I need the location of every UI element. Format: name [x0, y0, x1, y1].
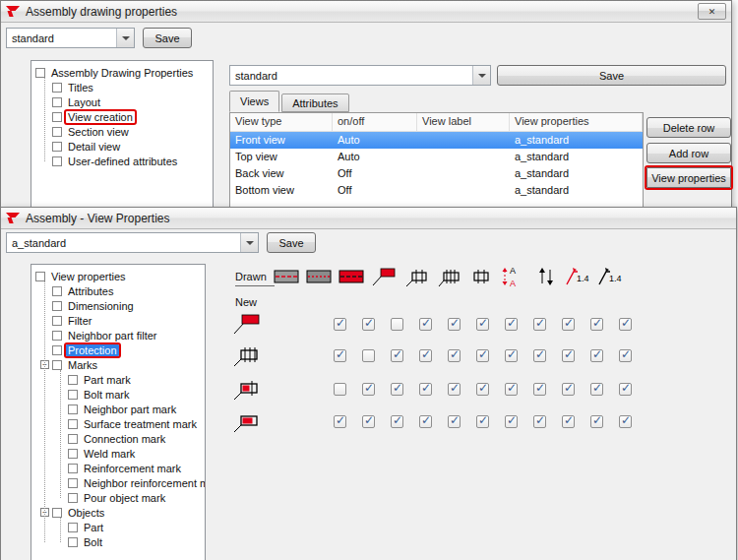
tree-checkbox[interactable]	[52, 316, 62, 326]
tree-item-bolt[interactable]: Bolt	[35, 534, 205, 549]
views-save-button[interactable]: Save	[497, 65, 726, 86]
tree-item-neighbor-part-filter[interactable]: Neighbor part filter	[35, 328, 205, 342]
matrix-checkbox[interactable]	[334, 383, 346, 396]
close-button[interactable]: ✕	[698, 3, 726, 20]
add-row-button[interactable]: Add row	[646, 143, 731, 163]
matrix-checkbox[interactable]	[533, 318, 546, 331]
matrix-checkbox[interactable]	[533, 415, 546, 428]
delete-row-button[interactable]: Delete row	[646, 117, 731, 138]
tree-item-connection-mark[interactable]: Connection mark	[35, 431, 205, 446]
tab-views[interactable]: Views	[229, 91, 279, 112]
matrix-checkbox[interactable]	[619, 318, 632, 331]
tree-item-pour-object-mark[interactable]: Pour object mark	[35, 490, 205, 505]
matrix-checkbox[interactable]	[391, 415, 403, 428]
tree-item-part-mark[interactable]: Part mark	[35, 372, 205, 387]
tree-item-protection[interactable]: Protection	[35, 342, 205, 357]
chevron-down-icon[interactable]	[116, 29, 134, 47]
matrix-checkbox[interactable]	[476, 318, 489, 331]
tree-checkbox[interactable]	[68, 375, 78, 385]
tree-item-bolt-mark[interactable]: Bolt mark	[35, 387, 205, 402]
matrix-checkbox[interactable]	[590, 415, 603, 428]
tree-item-section-view[interactable]: Section view	[35, 124, 213, 139]
matrix-checkbox[interactable]	[362, 383, 375, 396]
matrix-checkbox[interactable]	[476, 349, 489, 362]
tree-checkbox[interactable]	[68, 419, 78, 429]
tree-checkbox[interactable]	[52, 301, 62, 311]
view-save-button[interactable]: Save	[267, 232, 316, 253]
matrix-checkbox[interactable]	[334, 415, 346, 428]
tree-item-weld-mark[interactable]: Weld mark	[35, 446, 205, 461]
matrix-checkbox[interactable]	[505, 349, 518, 362]
matrix-checkbox[interactable]	[419, 415, 432, 428]
tree-checkbox[interactable]	[68, 449, 78, 459]
tree-checkbox[interactable]	[68, 404, 78, 414]
matrix-checkbox[interactable]	[476, 383, 489, 396]
preset-combobox[interactable]: standard	[6, 28, 135, 48]
tree-checkbox[interactable]	[68, 478, 78, 488]
table-row-bottom-view[interactable]: Bottom view Off a_standard	[230, 182, 643, 199]
tree-checkbox[interactable]	[68, 434, 78, 444]
tree-checkbox[interactable]	[52, 97, 62, 107]
view-properties-button[interactable]: View properties	[646, 167, 731, 188]
chevron-down-icon[interactable]	[472, 66, 490, 85]
matrix-checkbox[interactable]	[562, 318, 575, 331]
matrix-checkbox[interactable]	[505, 383, 518, 396]
table-row-top-view[interactable]: Top view Auto a_standard	[230, 149, 643, 165]
tree-checkbox[interactable]	[68, 464, 78, 473]
tree-item-view-creation[interactable]: View creation	[35, 109, 213, 124]
tree-checkbox[interactable]	[52, 156, 62, 166]
tree-item-attributes[interactable]: Attributes	[35, 283, 205, 298]
tree-item-reinforcement-mark[interactable]: Reinforcement mark	[35, 461, 205, 475]
matrix-checkbox[interactable]	[448, 318, 461, 331]
matrix-checkbox[interactable]	[448, 383, 461, 396]
tree-checkbox[interactable]	[35, 272, 45, 281]
views-preset-combobox[interactable]: standard	[229, 65, 491, 86]
matrix-checkbox[interactable]	[448, 415, 461, 428]
tree-checkbox[interactable]	[68, 537, 78, 547]
matrix-checkbox[interactable]	[619, 383, 632, 396]
tree-checkbox[interactable]	[68, 493, 78, 503]
tree-checkbox[interactable]	[52, 83, 62, 93]
matrix-checkbox[interactable]	[362, 349, 375, 362]
tree-checkbox[interactable]	[52, 127, 62, 137]
tree-checkbox[interactable]	[52, 331, 62, 341]
matrix-checkbox[interactable]	[448, 349, 461, 362]
view-preset-combobox[interactable]: a_standard	[6, 232, 259, 253]
chevron-down-icon[interactable]	[240, 233, 258, 252]
tree-checkbox[interactable]	[35, 68, 45, 78]
matrix-checkbox[interactable]	[391, 349, 403, 362]
tree-item-part[interactable]: Part	[35, 520, 205, 534]
tree-item-neighbor-reinforcement-mark[interactable]: Neighbor reinforcement ma	[35, 475, 205, 490]
matrix-checkbox[interactable]	[562, 415, 575, 428]
matrix-checkbox[interactable]	[562, 383, 575, 396]
tree-checkbox[interactable]	[52, 286, 62, 296]
collapse-icon[interactable]: −	[40, 508, 49, 517]
matrix-checkbox[interactable]	[391, 383, 403, 396]
tree-checkbox[interactable]	[52, 142, 62, 152]
tree-item-titles[interactable]: Titles	[35, 80, 213, 94]
matrix-checkbox[interactable]	[590, 383, 603, 396]
tree-item-neighbor-part-mark[interactable]: Neighbor part mark	[35, 402, 205, 416]
tree-item-dimensioning[interactable]: Dimensioning	[35, 298, 205, 313]
matrix-checkbox[interactable]	[590, 349, 603, 362]
matrix-checkbox[interactable]	[391, 318, 403, 331]
matrix-checkbox[interactable]	[505, 415, 518, 428]
tree-checkbox[interactable]	[52, 345, 62, 355]
matrix-checkbox[interactable]	[362, 415, 375, 428]
matrix-checkbox[interactable]	[334, 349, 346, 362]
matrix-checkbox[interactable]	[533, 349, 546, 362]
matrix-checkbox[interactable]	[362, 318, 375, 331]
collapse-icon[interactable]: −	[40, 360, 49, 369]
matrix-checkbox[interactable]	[619, 349, 632, 362]
tree-item-root[interactable]: View properties	[35, 269, 205, 283]
matrix-checkbox[interactable]	[562, 349, 575, 362]
save-button[interactable]: Save	[143, 28, 192, 48]
tree-item-detail-view[interactable]: Detail view	[35, 139, 213, 154]
tree-item-layout[interactable]: Layout	[35, 94, 213, 109]
tree-item-root[interactable]: Assembly Drawing Properties	[35, 65, 213, 80]
matrix-checkbox[interactable]	[619, 415, 632, 428]
tree-checkbox[interactable]	[52, 508, 62, 518]
tab-attributes[interactable]: Attributes	[281, 93, 348, 112]
matrix-checkbox[interactable]	[419, 383, 432, 396]
matrix-checkbox[interactable]	[419, 318, 432, 331]
